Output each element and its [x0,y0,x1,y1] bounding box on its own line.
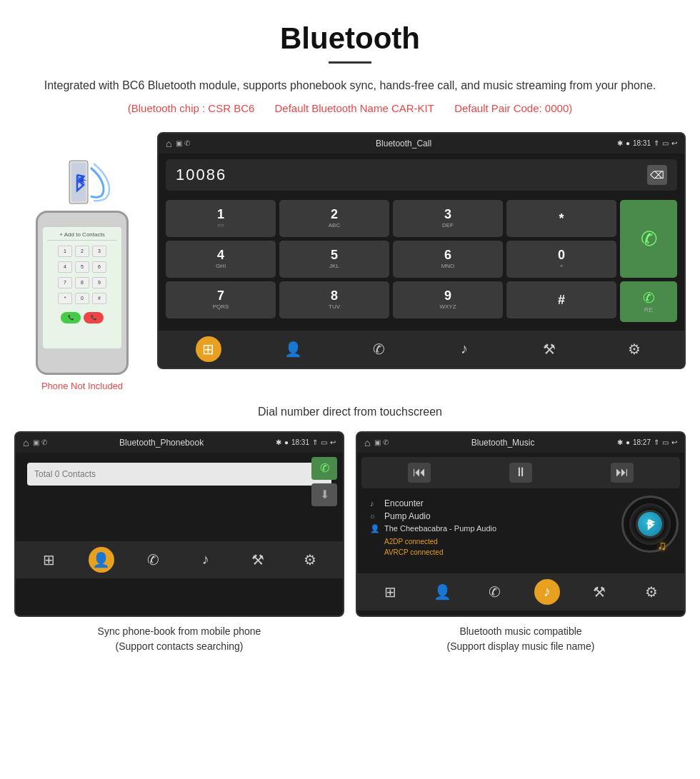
music-window-icon: ▭ [662,438,669,446]
phone-key-7: 7 [58,277,72,288]
key-0[interactable]: 0 + [506,241,616,278]
music-recent-icon[interactable]: ✆ [482,579,508,605]
phone-not-included-label: Phone Not Included [41,381,123,391]
music-next-button[interactable]: ⏭ [611,463,634,483]
key-9-digit: 9 [444,289,451,302]
vinyl-bluetooth-icon [638,512,662,536]
pb-search-bar[interactable]: Total 0 Contacts [27,463,331,486]
key-star-digit: * [559,212,564,225]
call-button[interactable]: ✆ [620,200,677,278]
key-5[interactable]: 5 JKL [279,241,389,278]
pb-caption-line1: Sync phone-book from mobile phone [98,625,261,637]
music-status-icons: ✱ ● 18:27 ⇑ ▭ ↩ [617,438,677,446]
pb-dialpad-icon[interactable]: ⊞ [36,547,62,573]
a2dp-status: A2DP connected [384,536,609,547]
spec-name: Default Bluetooth Name CAR-KIT [275,102,434,114]
dial-number-bar: 10086 ⌫ [166,159,677,191]
key-9-sub: WXYZ [439,303,456,310]
backspace-button[interactable]: ⌫ [647,165,667,185]
pb-actions: ✆ ⬇ [311,457,337,506]
call-icon: ✆ [641,227,657,251]
music-music-icon[interactable]: ♪ [534,579,560,605]
key-9[interactable]: 9 WXYZ [393,281,503,318]
music-controls: ⏮ ⏸ ⏭ [361,457,680,488]
pb-caption-line2: (Support contacts searching) [116,640,244,652]
key-7[interactable]: 7 PQRS [166,281,276,318]
note-icon: ♪ [370,499,380,508]
contacts-icon[interactable]: 👤 [281,336,306,362]
music-track1: Encounter [384,498,424,508]
key-8-sub: TUV [329,303,340,310]
settings-icon[interactable]: ⚙ [621,336,647,362]
status-icons-left: ▣ ✆ [176,139,190,147]
page-header: Bluetooth Integrated with BC6 Bluetooth … [0,0,700,132]
key-3-sub: DEF [442,222,454,228]
music-screen: ⌂ ▣ ✆ Bluetooth_Music ✱ ● 18:27 ⇑ ▭ ↩ ⏮ … [356,431,686,617]
key-8-digit: 8 [331,289,338,302]
phone-key-8: 8 [75,277,89,288]
music-nav-icon[interactable]: ♪ [451,336,477,362]
phone-hangup-button[interactable]: 📞 [84,312,104,323]
key-3-digit: 3 [444,208,451,221]
phone-key-9: 9 [92,277,106,288]
music-link-icon[interactable]: ⚒ [586,579,612,605]
key-hash[interactable]: # [506,281,616,318]
music-app-name: Bluetooth_Music [393,438,613,448]
keypad-grid: 1 ○○ 2 ABC 3 DEF * ✆ 4 GHI 5 [159,196,684,328]
pb-contact-count: Total 0 Contacts [34,469,96,479]
phone-call-button[interactable]: 📞 [61,312,81,323]
phone-aside: ✴ + Add to Contacts 1 2 3 4 5 6 [14,132,150,391]
redial-label: RE [644,306,654,313]
pb-music-icon[interactable]: ♪ [193,547,219,573]
dialpad-icon[interactable]: ⊞ [196,336,221,362]
music-caption-line2: (Support display music file name) [447,640,595,652]
pb-link-icon[interactable]: ⚒ [245,547,271,573]
key-1[interactable]: 1 ○○ [166,200,276,237]
dial-statusbar: ⌂ ▣ ✆ Bluetooth_Call ✱ ● 18:31 ⇑ ▭ ↩ [159,134,684,154]
key-2[interactable]: 2 ABC [279,200,389,237]
music-bt-icon: ✱ [617,438,623,446]
pb-content: Total 0 Contacts ✆ ⬇ [16,453,343,538]
redial-button[interactable]: ✆ RE [620,281,677,322]
link-icon[interactable]: ⚒ [536,336,562,362]
key-5-digit: 5 [331,248,338,261]
key-4[interactable]: 4 GHI [166,241,276,278]
dial-bottombar: ⊞ 👤 ✆ ♪ ⚒ ⚙ [159,331,684,368]
key-star[interactable]: * [506,200,616,237]
music-connected-status: A2DP connected AVRCP connected [370,536,609,558]
phone-key-1: 1 [58,246,72,257]
phone-key-5: 5 [75,261,89,273]
phone-screen: + Add to Contacts 1 2 3 4 5 6 7 8 9 * [43,227,121,348]
music-track2: Pump Audio [384,511,431,521]
key-0-digit: 0 [558,248,565,261]
phone-key-3: 3 [92,246,106,257]
pb-status-icons: ✱ ● 18:31 ⇑ ▭ ↩ [276,438,336,446]
music-info-area: ♪ Encounter ○ Pump Audio 👤 The Cheebacab… [357,493,684,571]
key-6[interactable]: 6 MNO [393,241,503,278]
recent-calls-icon[interactable]: ✆ [366,336,391,362]
vinyl-disc-container: ♫ [621,496,679,568]
pb-download-button[interactable]: ⬇ [311,483,337,506]
home-icon: ⌂ [166,138,171,149]
music-contacts-icon[interactable]: 👤 [430,579,456,605]
key-8[interactable]: 8 TUV [279,281,389,318]
phone-key-2: 2 [75,246,89,257]
key-7-digit: 7 [217,289,224,302]
pb-call-button[interactable]: ✆ [311,457,337,480]
music-bottombar: ⊞ 👤 ✆ ♪ ⚒ ⚙ [357,573,684,610]
pb-recent-icon[interactable]: ✆ [141,547,166,573]
phone-key-hash: # [92,293,106,304]
key-1-digit: 1 [217,208,224,221]
pb-settings-icon[interactable]: ⚙ [297,547,323,573]
phonebook-screen: ⌂ ▣ ✆ Bluetooth_Phonebook ✱ ● 18:31 ⇑ ▭ … [14,431,344,617]
pb-contacts-icon[interactable]: 👤 [89,547,114,573]
dialed-number: 10086 [176,166,226,184]
key-3[interactable]: 3 DEF [393,200,503,237]
music-prev-button[interactable]: ⏮ [408,463,431,483]
music-settings-icon[interactable]: ⚙ [639,579,664,605]
time-display: 18:31 [633,139,651,147]
pb-bottombar: ⊞ 👤 ✆ ♪ ⚒ ⚙ [16,541,343,578]
music-dialpad-icon[interactable]: ⊞ [378,579,404,605]
back-icon: ↩ [671,139,677,147]
music-play-button[interactable]: ⏸ [509,463,532,483]
